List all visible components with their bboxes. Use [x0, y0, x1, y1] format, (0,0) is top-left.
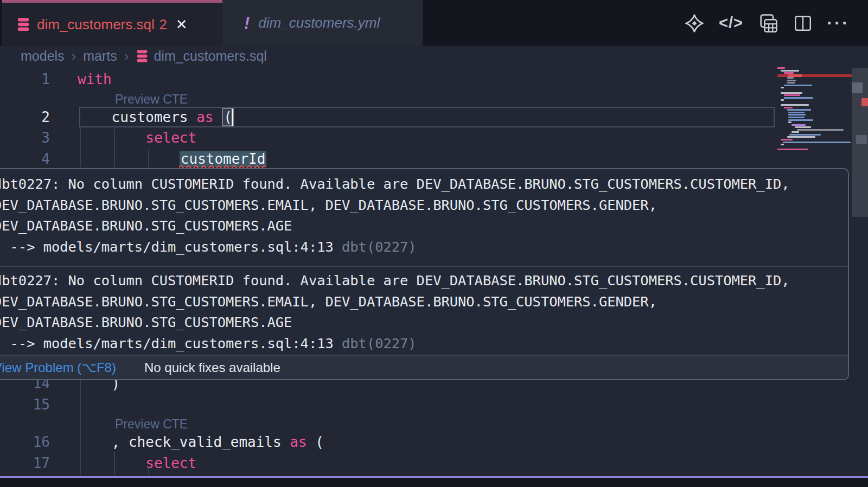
minimap-line: [781, 144, 784, 145]
no-quick-fixes-label: No quick fixes available: [144, 360, 280, 375]
minimap-line: [781, 104, 809, 106]
overview-ruler-mark: [861, 98, 868, 106]
line-number[interactable]: 17: [0, 453, 50, 474]
vscode-window: dim_customers.sql 2 ✕ ! dim_customers.ym…: [0, 0, 868, 487]
indent-guide: [148, 149, 149, 167]
minimap-error-word: [788, 74, 802, 77]
overview-ruler-mark: [852, 82, 863, 93]
vertical-scrollbar[interactable]: [852, 68, 868, 217]
minimap-line: [784, 85, 812, 86]
error-hover-popup: dbt0227: No column CUSTOMERID found. Ava…: [0, 168, 849, 380]
code-line[interactable]: , check_valid_emails as (: [78, 432, 324, 453]
minimap-line: [789, 134, 821, 136]
minimap-line: [787, 136, 815, 138]
minimap-line: [784, 97, 813, 99]
error-code: dbt(0227): [342, 335, 417, 351]
bottom-strip: [0, 478, 868, 487]
minimap-line: [788, 117, 805, 118]
view-problem-link[interactable]: View Problem (⌥F8): [0, 360, 116, 375]
minimap-line: [795, 126, 811, 128]
minimap-line: [781, 92, 802, 94]
minimap-line: [788, 114, 806, 116]
line-number[interactable]: 15: [0, 394, 50, 415]
minimap-line: [781, 99, 784, 101]
line-number[interactable]: 16: [0, 432, 50, 453]
minimap-line: [788, 121, 792, 123]
minimap-line: [792, 131, 799, 133]
indent-guide: [148, 467, 149, 475]
minimap-line: [781, 139, 793, 140]
error-message-block: dbt0227: No column CUSTOMERID found. Ava…: [0, 270, 790, 354]
indent-guide: [114, 452, 115, 475]
indent-guide: [80, 380, 81, 475]
minimap-line: [792, 124, 806, 126]
minimap-line: [787, 82, 795, 84]
minimap-line: [777, 67, 785, 69]
text-cursor: [232, 109, 233, 126]
error-code: dbt(0227): [342, 239, 417, 255]
codelens-preview-cte[interactable]: Preview CTE: [115, 417, 188, 432]
minimap-line: [781, 87, 784, 88]
minimap-line: [784, 94, 800, 96]
minimap-line: [781, 70, 799, 72]
indent-guide: [80, 128, 81, 167]
minimap-line: [788, 112, 805, 113]
minimap-line: [783, 142, 851, 143]
minimap-line: [787, 77, 794, 79]
indent-guide: [114, 129, 115, 167]
hover-divider: [0, 266, 848, 267]
minimap-line: [777, 149, 808, 150]
hover-status-bar: View Problem (⌥F8) No quick fixes availa…: [0, 355, 848, 379]
minimap-line: [787, 80, 796, 81]
code-line[interactable]: select: [78, 453, 196, 474]
minimap-line: [784, 72, 794, 74]
minimap-line: [797, 129, 844, 131]
minimap-line: [784, 107, 793, 108]
minimap-line: [787, 109, 811, 111]
error-message-block: dbt0227: No column CUSTOMERID found. Ava…: [0, 174, 790, 257]
overview-ruler-mark: [856, 135, 867, 144]
minimap-line: [788, 119, 813, 121]
